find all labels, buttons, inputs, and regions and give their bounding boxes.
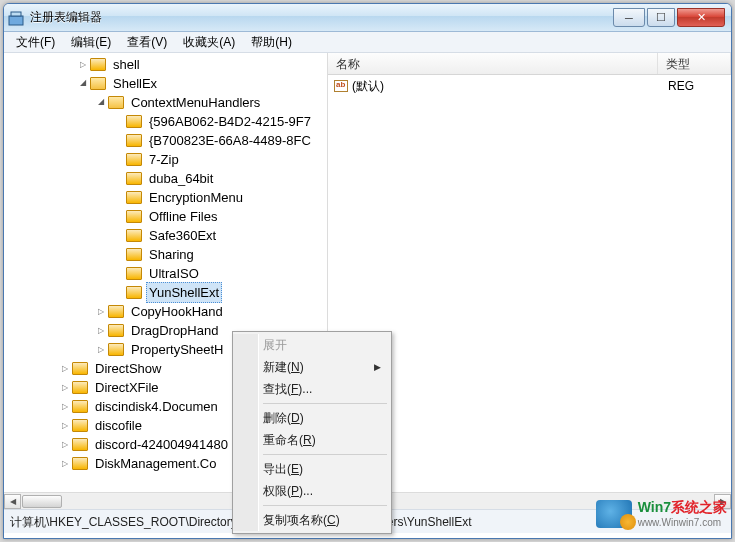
folder-icon — [126, 134, 142, 147]
tree-node[interactable]: ContextMenuHandlers — [4, 93, 327, 112]
submenu-arrow-icon: ▶ — [374, 362, 381, 372]
expand-open-icon[interactable] — [94, 96, 108, 110]
maximize-button[interactable]: ☐ — [647, 8, 675, 27]
column-name[interactable]: 名称 — [328, 53, 658, 74]
menu-file[interactable]: 文件(F) — [8, 32, 63, 53]
context-menu: 展开新建(N)▶查找(F)...删除(D)重命名(R)导出(E)权限(P)...… — [232, 331, 392, 534]
watermark-url: www.Winwin7.com — [638, 517, 727, 528]
tree-label[interactable]: DiskManagement.Co — [92, 454, 219, 473]
folder-icon — [72, 362, 88, 375]
tree-label[interactable]: EncryptionMenu — [146, 188, 246, 207]
tree-node[interactable]: EncryptionMenu — [4, 188, 327, 207]
watermark-brand: Win7系统之家 — [638, 499, 727, 515]
watermark-logo-icon — [596, 500, 632, 528]
tree-label[interactable]: CopyHookHand — [128, 302, 226, 321]
scroll-thumb[interactable] — [22, 495, 62, 508]
menu-view[interactable]: 查看(V) — [119, 32, 175, 53]
tree-label[interactable]: ShellEx — [110, 74, 160, 93]
tree-node[interactable]: UltraISO — [4, 264, 327, 283]
value-type: REG — [668, 79, 694, 93]
expand-closed-icon[interactable] — [58, 457, 72, 471]
folder-icon — [126, 267, 142, 280]
expand-open-icon[interactable] — [76, 77, 90, 91]
tree-label[interactable]: DirectXFile — [92, 378, 162, 397]
tree-label[interactable]: {B700823E-66A8-4489-8FC — [146, 131, 314, 150]
folder-icon — [108, 343, 124, 356]
tree-node[interactable]: duba_64bit — [4, 169, 327, 188]
context-menu-item[interactable]: 权限(P)... — [235, 480, 389, 502]
context-menu-item[interactable]: 重命名(R) — [235, 429, 389, 451]
tree-node[interactable]: Safe360Ext — [4, 226, 327, 245]
expand-closed-icon[interactable] — [94, 343, 108, 357]
tree-node[interactable]: 7-Zip — [4, 150, 327, 169]
app-icon — [8, 10, 24, 26]
folder-icon — [126, 248, 142, 261]
tree-node[interactable]: Sharing — [4, 245, 327, 264]
svg-rect-0 — [9, 16, 23, 25]
minimize-button[interactable]: ─ — [613, 8, 645, 27]
tree-node[interactable]: Offline Files — [4, 207, 327, 226]
expand-closed-icon[interactable] — [58, 381, 72, 395]
tree-label[interactable]: discord-424004941480 — [92, 435, 231, 454]
tree-node[interactable]: ShellEx — [4, 74, 327, 93]
tree-label[interactable]: 7-Zip — [146, 150, 182, 169]
tree-label[interactable]: duba_64bit — [146, 169, 216, 188]
folder-icon — [126, 286, 142, 299]
tree-node[interactable]: {B700823E-66A8-4489-8FC — [4, 131, 327, 150]
menu-favorites[interactable]: 收藏夹(A) — [175, 32, 243, 53]
expand-closed-icon[interactable] — [94, 305, 108, 319]
folder-icon — [72, 457, 88, 470]
value-list[interactable]: (默认)REG — [328, 75, 731, 97]
tree-label[interactable]: UltraISO — [146, 264, 202, 283]
folder-icon — [126, 229, 142, 242]
list-header[interactable]: 名称 类型 — [328, 53, 731, 75]
scroll-left-icon[interactable]: ◀ — [4, 494, 21, 509]
tree-label[interactable]: discindisk4.Documen — [92, 397, 221, 416]
folder-icon — [72, 400, 88, 413]
folder-icon — [72, 438, 88, 451]
tree-label[interactable]: discofile — [92, 416, 145, 435]
expand-closed-icon[interactable] — [94, 324, 108, 338]
column-type[interactable]: 类型 — [658, 53, 731, 74]
folder-icon — [72, 381, 88, 394]
expand-closed-icon[interactable] — [58, 400, 72, 414]
tree-node[interactable]: {596AB062-B4D2-4215-9F7 — [4, 112, 327, 131]
folder-icon — [108, 324, 124, 337]
expand-closed-icon[interactable] — [58, 419, 72, 433]
expand-closed-icon[interactable] — [58, 362, 72, 376]
menu-help[interactable]: 帮助(H) — [243, 32, 300, 53]
context-menu-item[interactable]: 新建(N)▶ — [235, 356, 389, 378]
list-row[interactable]: (默认)REG — [328, 77, 731, 95]
context-menu-item[interactable]: 复制项名称(C) — [235, 509, 389, 531]
menu-edit[interactable]: 编辑(E) — [63, 32, 119, 53]
tree-node[interactable]: CopyHookHand — [4, 302, 327, 321]
tree-label[interactable]: {596AB062-B4D2-4215-9F7 — [146, 112, 314, 131]
context-menu-item: 展开 — [235, 334, 389, 356]
context-menu-item[interactable]: 导出(E) — [235, 458, 389, 480]
tree-label[interactable]: shell — [110, 55, 143, 74]
folder-icon — [126, 153, 142, 166]
tree-label[interactable]: DragDropHand — [128, 321, 221, 340]
window-buttons: ─ ☐ ✕ — [613, 8, 727, 27]
window-title: 注册表编辑器 — [30, 9, 613, 26]
tree-node[interactable]: YunShellExt — [4, 283, 327, 302]
tree-label[interactable]: ContextMenuHandlers — [128, 93, 263, 112]
tree-label[interactable]: YunShellExt — [146, 282, 222, 303]
tree-label[interactable]: Safe360Ext — [146, 226, 219, 245]
tree-label[interactable]: DirectShow — [92, 359, 164, 378]
folder-icon — [90, 58, 106, 71]
tree-label[interactable]: Sharing — [146, 245, 197, 264]
folder-icon — [108, 305, 124, 318]
expand-closed-icon[interactable] — [76, 58, 90, 72]
tree-label[interactable]: PropertySheetH — [128, 340, 227, 359]
expand-closed-icon[interactable] — [58, 438, 72, 452]
close-button[interactable]: ✕ — [677, 8, 725, 27]
string-value-icon — [334, 80, 348, 92]
tree-label[interactable]: Offline Files — [146, 207, 220, 226]
context-menu-item[interactable]: 查找(F)... — [235, 378, 389, 400]
folder-icon — [126, 172, 142, 185]
titlebar[interactable]: 注册表编辑器 ─ ☐ ✕ — [4, 4, 731, 32]
value-name: (默认) — [352, 78, 668, 95]
context-menu-item[interactable]: 删除(D) — [235, 407, 389, 429]
tree-node[interactable]: shell — [4, 55, 327, 74]
